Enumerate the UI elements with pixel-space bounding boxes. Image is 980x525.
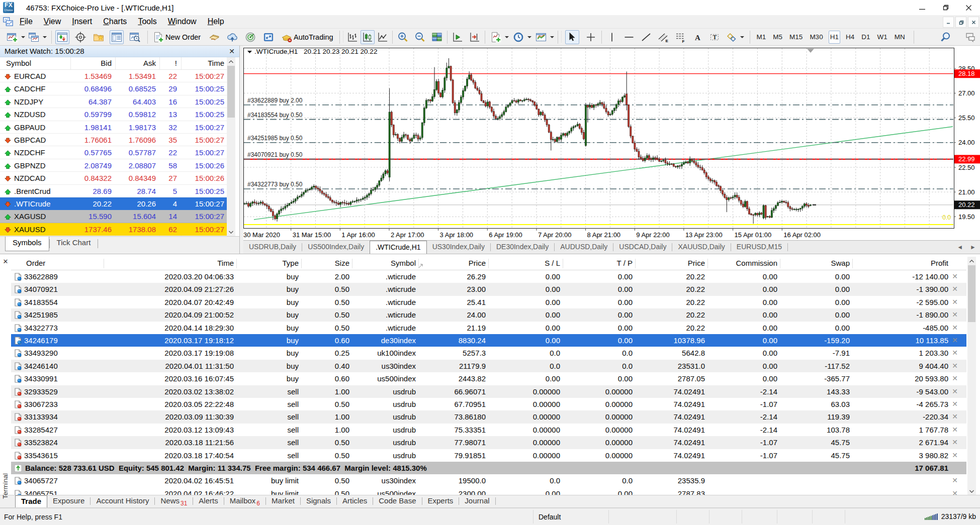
menu-view[interactable]: View	[38, 15, 66, 28]
timeframe-m30-button[interactable]: M30	[808, 31, 824, 44]
scroll-up-arrow[interactable]	[967, 257, 976, 265]
close-position-button[interactable]: ✕	[952, 398, 958, 410]
chart-tab-usdrub-daily[interactable]: USDRUB,Daily	[243, 241, 302, 254]
terminal-close-button[interactable]: ✕	[2, 258, 9, 265]
terminal-tab-articles[interactable]: Articles	[337, 495, 373, 507]
chart-tab-usdcad-daily[interactable]: USDCAD,Daily	[613, 241, 672, 254]
scroll-up-arrow[interactable]	[227, 57, 235, 66]
timeframe-mn-button[interactable]: MN	[893, 31, 907, 44]
chart-tab-us500index-daily[interactable]: US500Index,Daily	[302, 241, 370, 254]
terminal-row[interactable]: 332854272020.03.12 13:09:43sell1.00usdru…	[11, 424, 966, 436]
chart-tab-de30index-daily[interactable]: DE30Index,Daily	[491, 241, 554, 254]
win-restore-button[interactable]	[934, 0, 957, 15]
indicators-dropdown[interactable]	[505, 30, 509, 44]
new-chart-dropdown[interactable]	[21, 30, 25, 44]
close-position-button[interactable]: ✕	[952, 436, 958, 449]
text-label-button[interactable]: T	[707, 30, 722, 44]
chart-line-button[interactable]	[376, 30, 390, 44]
auto-scroll-button[interactable]	[451, 30, 465, 44]
terminal-button[interactable]	[110, 30, 124, 44]
mdi-close-button[interactable]	[968, 17, 979, 28]
timeframe-m5-button[interactable]: M5	[771, 31, 784, 44]
terminal-row[interactable]: 329335292020.03.02 13:38:02sell1.00usdru…	[11, 385, 966, 398]
data-window-button[interactable]	[73, 30, 87, 44]
close-order-button[interactable]: ✕	[952, 487, 958, 495]
terminal-col-symbol[interactable]: Symbol	[391, 257, 416, 270]
terminal-row[interactable]: 343309912020.03.16 16:07:45buy0.60us500i…	[11, 372, 966, 385]
terminal-row[interactable]: 330672332020.03.05 22:22:48sell0.50usdru…	[11, 398, 966, 410]
navigator-button[interactable]	[92, 30, 106, 44]
indicators-button[interactable]	[489, 30, 503, 44]
terminal-tab-code-base[interactable]: Code Base	[373, 495, 421, 507]
terminal-row[interactable]: 342461792020.03.17 19:18:12buy0.60de30in…	[11, 334, 966, 347]
close-position-button[interactable]: ✕	[952, 308, 958, 321]
shapes-dropdown[interactable]	[740, 30, 745, 44]
menu-tools[interactable]: Tools	[132, 15, 162, 28]
win-close-button[interactable]	[957, 0, 980, 15]
terminal-tab-journal[interactable]: Journal	[459, 495, 495, 507]
crosshair-button[interactable]	[584, 30, 598, 44]
autotrading-button[interactable]: AutoTrading	[280, 30, 335, 44]
market-watch-tab-tick-chart[interactable]: Tick Chart	[50, 237, 98, 251]
text-button[interactable]: A	[690, 30, 704, 44]
chart-tab-xauusd-daily[interactable]: XAUUSD,Daily	[672, 241, 730, 254]
market-watch-row[interactable]: XAUUSD1737.461738.086215:00:27	[0, 223, 227, 236]
terminal-row[interactable]: 341835542020.04.07 20:42:49buy0.50.wticr…	[11, 296, 966, 308]
close-position-button[interactable]: ✕	[952, 372, 958, 385]
win-minimize-button[interactable]	[911, 0, 934, 15]
menu-file[interactable]: File	[14, 15, 38, 28]
terminal-tab-signals[interactable]: Signals	[301, 495, 336, 507]
hline-button[interactable]	[622, 30, 636, 44]
terminal-tab-news[interactable]: News31	[155, 495, 193, 507]
terminal-col-commission[interactable]: Commission	[736, 257, 777, 270]
close-position-button[interactable]: ✕	[952, 296, 958, 308]
close-order-button[interactable]: ✕	[952, 474, 958, 487]
market-watch-row[interactable]: EURCAD1.534691.534912215:00:27	[0, 70, 227, 82]
terminal-col-time[interactable]: Time	[217, 257, 234, 270]
terminal-row[interactable]: 342519852020.04.09 21:00:52buy0.50.wticr…	[11, 308, 966, 321]
market-watch-scrollbar[interactable]	[227, 57, 235, 236]
terminal-row[interactable]: 340657272020.04.02 16:45:51buy limit0.50…	[11, 474, 966, 487]
close-position-button[interactable]: ✕	[952, 283, 958, 295]
terminal-tab-trade[interactable]: Trade	[15, 495, 47, 507]
community-button[interactable]	[243, 30, 257, 44]
timeframe-w1-button[interactable]: W1	[875, 31, 888, 44]
terminal-tab-experts[interactable]: Experts	[422, 495, 459, 507]
market-watch-col-alert[interactable]: !	[175, 57, 177, 70]
trendline-button[interactable]	[639, 30, 653, 44]
close-position-button[interactable]: ✕	[952, 385, 958, 398]
timeframe-m15-button[interactable]: M15	[788, 31, 804, 44]
cursor-button[interactable]	[565, 30, 579, 44]
timeframe-h1-button[interactable]: H1	[829, 31, 840, 44]
market-watch-col-bid[interactable]: Bid	[101, 57, 112, 70]
periods-button[interactable]	[511, 30, 525, 44]
market-watch-tab-symbols[interactable]: Symbols	[5, 237, 49, 251]
vline-button[interactable]	[605, 30, 619, 44]
close-position-button[interactable]: ✕	[952, 424, 958, 436]
market-watch-row[interactable]: .BrentCrud28.6928.74515:00:25	[0, 185, 227, 197]
market-watch-row[interactable]: NZDCHF0.577650.577872215:00:27	[0, 146, 227, 159]
mdi-minimize-button[interactable]	[943, 17, 954, 28]
close-position-button[interactable]: ✕	[952, 449, 958, 462]
market-watch-row[interactable]: GBPAUD1.981411.981733215:00:27	[0, 121, 227, 134]
strategy-tester-button[interactable]	[128, 30, 142, 44]
tabs-left-arrow[interactable]: ◄	[957, 244, 963, 251]
channel-button[interactable]: E	[656, 30, 670, 44]
profiles-button[interactable]	[27, 30, 41, 44]
market-watch-row[interactable]: NZDUSD0.597990.598121315:00:25	[0, 108, 227, 121]
publisher-button[interactable]	[225, 30, 239, 44]
terminal-row[interactable]: 342461402020.04.01 11:31:50buy0.40us30in…	[11, 360, 966, 372]
scroll-thumb[interactable]	[227, 66, 235, 118]
market-watch-col-ask[interactable]: Ask	[143, 57, 156, 70]
market-watch-row[interactable]: GBPNZD2.087492.088075815:00:26	[0, 159, 227, 172]
terminal-tab-account-history[interactable]: Account History	[91, 495, 154, 507]
terminal-col-price[interactable]: Price	[469, 257, 486, 270]
timeframe-d1-button[interactable]: D1	[860, 31, 871, 44]
zoom-in-button[interactable]	[396, 30, 410, 44]
close-position-button[interactable]: ✕	[952, 334, 958, 347]
metaeditor-button[interactable]	[207, 30, 221, 44]
terminal-row[interactable]: 334932902020.03.17 19:19:08buy0.25uk100i…	[11, 347, 966, 359]
terminal-col-sl[interactable]: S / L	[545, 257, 560, 270]
shapes-button[interactable]	[725, 30, 739, 44]
chart-bars-button[interactable]	[345, 30, 360, 44]
